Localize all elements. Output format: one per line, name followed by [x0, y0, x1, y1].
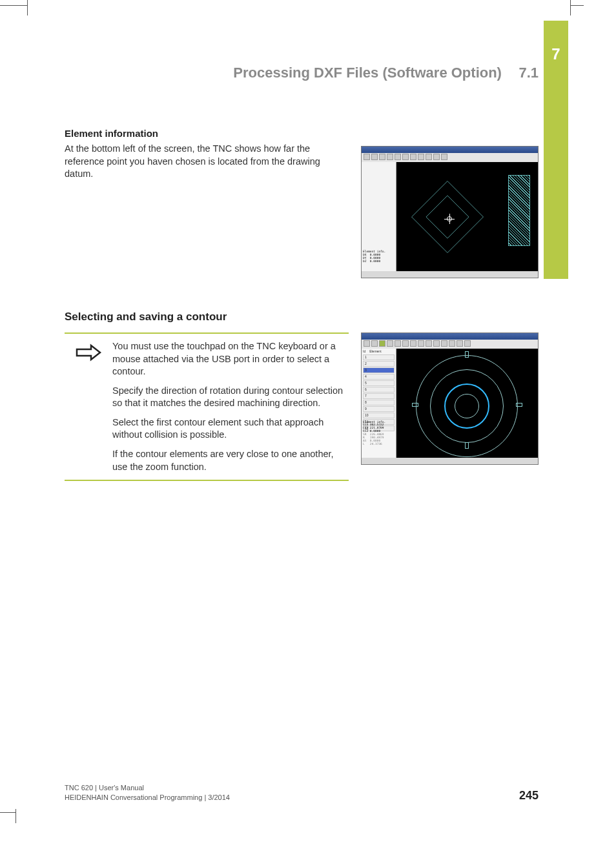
subheading-element-info: Element information [65, 128, 352, 139]
screenshot-dxf-contour: Id Element 123456789101112 Element info.… [361, 332, 539, 465]
footer-line-2: HEIDENHAIN Conversational Programming | … [65, 793, 230, 803]
note-paragraph: Specify the direction of rotation during… [112, 385, 345, 410]
page-number: 245 [519, 789, 539, 803]
list-item: 5 [363, 380, 395, 386]
paragraph: At the bottom left of the screen, the TN… [65, 143, 336, 181]
note-paragraph: If the contour elements are very close t… [112, 448, 345, 473]
header-section: 7.1 [518, 65, 539, 81]
note-paragraph: You must use the touchpad on the TNC key… [112, 340, 345, 378]
footer-line-1: TNC 620 | User's Manual [65, 783, 230, 793]
crop-mark [15, 809, 16, 823]
list-item: 9 [363, 406, 395, 412]
page-footer: TNC 620 | User's Manual HEIDENHAIN Conve… [65, 783, 539, 803]
crop-mark [570, 0, 571, 15]
chapter-tab: 7 [544, 21, 568, 279]
note-box: You must use the touchpad on the TNC key… [65, 332, 349, 481]
list-item: 10 [363, 413, 395, 418]
list-item: 1 [363, 354, 395, 360]
crop-mark [0, 812, 15, 813]
chapter-number: 7 [544, 45, 568, 63]
crop-mark [0, 5, 27, 6]
list-item: 4 [363, 374, 395, 380]
crop-mark [27, 0, 28, 15]
header-title: Processing DXF Files (Software Option) [233, 65, 502, 81]
list-item: 7 [363, 393, 395, 399]
note-paragraph: Select the first contour element such th… [112, 416, 345, 442]
list-item: 3 [363, 367, 395, 373]
list-item: 6 [363, 387, 395, 393]
list-item: 2 [363, 361, 395, 367]
subheading-selecting-contour: Selecting and saving a contour [65, 311, 539, 323]
arrow-right-icon [74, 343, 103, 362]
crop-mark [571, 5, 584, 6]
page-header: Processing DXF Files (Software Option) 7… [65, 65, 539, 81]
list-item: 8 [363, 400, 395, 405]
screenshot-dxf-datum: Element info. DX 0.0000 DY 0.0000 DZ 0.0… [361, 146, 539, 278]
